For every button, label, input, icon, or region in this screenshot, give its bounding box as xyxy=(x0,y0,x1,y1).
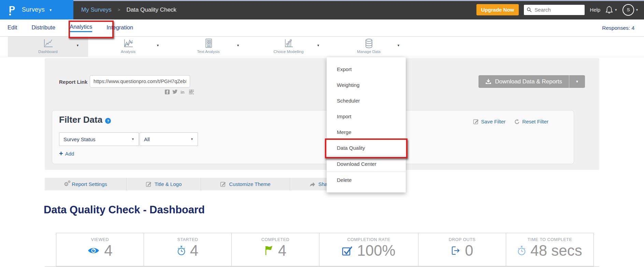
account-menu[interactable]: S ▼ xyxy=(622,4,639,16)
tab-integration[interactable]: Integration xyxy=(106,24,133,32)
chevron-down-icon: ▼ xyxy=(49,8,52,12)
avatar: S xyxy=(622,4,634,16)
menu-item-delete[interactable]: Delete xyxy=(327,172,406,188)
product-label: Surveys xyxy=(22,6,45,13)
stat-time-to-complete: TIME TO COMPLETE 48 secs xyxy=(506,233,593,266)
database-icon xyxy=(364,38,373,49)
menu-item-download-center[interactable]: Download Center xyxy=(327,156,406,172)
menu-item-data-quality[interactable]: Data Quality xyxy=(327,140,406,156)
toolbar-item-choice-modelling[interactable]: Choice Modelling ▼ xyxy=(248,37,329,57)
customize-theme-label: Customize Theme xyxy=(229,181,270,187)
filter-data-box: Filter Data ? Survey Status ▼ All ▼ + Ad… xyxy=(52,110,574,164)
chevron-down-icon[interactable]: ▼ xyxy=(317,44,320,47)
header-actions: Upgrade Now Help ▼ xyxy=(476,0,639,19)
edit-icon xyxy=(146,181,152,187)
facebook-icon[interactable] xyxy=(165,90,170,94)
share-icon xyxy=(309,182,315,187)
report-link-input[interactable] xyxy=(90,75,190,88)
linkedin-icon[interactable]: in xyxy=(181,90,186,94)
save-filter-label: Save Filter xyxy=(481,119,506,124)
stat-started: STARTED 4 xyxy=(144,233,232,266)
choice-modelling-icon xyxy=(284,38,294,49)
top-header: P Surveys ▼ My Surveys > Data Quality Ch… xyxy=(0,0,644,19)
search-input[interactable] xyxy=(534,6,582,13)
title-logo-label: Title & Logo xyxy=(155,181,182,187)
download-icon xyxy=(485,79,491,84)
help-circle-icon[interactable]: ? xyxy=(105,118,111,124)
survey-nav-tabs: Edit Distribute Analytics Integration Re… xyxy=(0,19,644,37)
survey-stats-table: VIEWED 4 STARTED xyxy=(56,233,594,266)
toolbar-item-manage-data[interactable]: Manage Data ▼ xyxy=(329,37,409,57)
analysis-chart-icon xyxy=(123,38,133,49)
eye-icon xyxy=(87,246,100,255)
chevron-down-icon[interactable]: ▼ xyxy=(156,44,159,47)
chevron-down-icon: ▼ xyxy=(575,80,579,83)
search-icon xyxy=(527,7,532,12)
stat-viewed: VIEWED 4 xyxy=(56,233,144,266)
menu-item-merge[interactable]: Merge xyxy=(327,124,406,140)
report-settings-bar: ⚙⚙ Report Settings Title & Logo Customiz… xyxy=(45,178,361,190)
edit-icon xyxy=(220,181,226,187)
download-button-label: Download Data & Reports xyxy=(495,78,562,85)
exit-icon xyxy=(451,246,460,255)
customize-theme-button[interactable]: Customize Theme xyxy=(201,178,290,190)
tab-analytics[interactable]: Analytics xyxy=(70,24,92,32)
filter-field-select[interactable]: Survey Status ▼ xyxy=(59,132,139,146)
stat-drop-outs: DROP OUTS 0 xyxy=(418,233,506,266)
product-switcher[interactable]: P Surveys ▼ xyxy=(0,0,73,19)
save-filter-button[interactable]: Save Filter xyxy=(473,119,506,124)
breadcrumb-my-surveys[interactable]: My Surveys xyxy=(81,6,112,13)
tab-edit[interactable]: Edit xyxy=(8,24,17,32)
svg-text:P: P xyxy=(9,4,15,15)
reset-filter-button[interactable]: Reset Filter xyxy=(514,119,548,124)
page-title: Data Quality Check - Dashboard xyxy=(44,204,205,216)
stat-completed: COMPLETED 4 xyxy=(232,233,319,266)
tab-distribute[interactable]: Distribute xyxy=(31,24,55,32)
responses-count[interactable]: Responses: 4 xyxy=(602,25,634,31)
qr-code-icon[interactable] xyxy=(189,90,194,94)
share-icons-row: in xyxy=(165,90,194,94)
menu-item-scheduler[interactable]: Scheduler xyxy=(327,93,406,108)
app-screen: P Surveys ▼ My Surveys > Data Quality Ch… xyxy=(0,0,644,267)
twitter-icon[interactable] xyxy=(172,90,178,94)
manage-data-menu: Export Weighting Scheduler Import Merge … xyxy=(327,57,406,192)
add-filter-label: Add xyxy=(65,151,74,157)
reset-filter-label: Reset Filter xyxy=(522,119,548,124)
chevron-down-icon[interactable]: ▼ xyxy=(76,44,79,47)
help-link[interactable]: Help xyxy=(590,7,600,13)
chevron-down-icon: ▼ xyxy=(131,137,134,141)
filter-field-value: Survey Status xyxy=(63,136,95,142)
download-options-caret[interactable]: ▼ xyxy=(569,75,585,88)
chevron-down-icon: ▼ xyxy=(635,8,639,12)
filter-data-title: Filter Data xyxy=(59,115,102,125)
menu-item-export[interactable]: Export xyxy=(327,61,406,77)
toolbar-item-analysis[interactable]: Analysis ▼ xyxy=(88,37,168,57)
stat-completion-rate: COMPLETION RATE 100% xyxy=(319,233,418,266)
report-settings-button[interactable]: ⚙⚙ Report Settings xyxy=(45,178,127,190)
plus-icon: + xyxy=(59,150,63,157)
reset-icon xyxy=(514,119,520,124)
upgrade-now-button[interactable]: Upgrade Now xyxy=(476,4,519,15)
title-logo-button[interactable]: Title & Logo xyxy=(127,178,201,190)
bell-icon xyxy=(605,5,613,14)
notifications-menu[interactable]: ▼ xyxy=(605,5,617,14)
filter-value-select[interactable]: All ▼ xyxy=(140,132,198,146)
add-filter-button[interactable]: + Add xyxy=(59,150,74,157)
svg-text:in: in xyxy=(181,90,185,94)
chevron-down-icon[interactable]: ▼ xyxy=(397,44,400,47)
toolbar-item-text-analysis[interactable]: Text Analysis ▼ xyxy=(168,37,248,57)
gears-icon: ⚙⚙ xyxy=(64,182,69,187)
breadcrumb-separator: > xyxy=(118,7,120,12)
download-data-reports-button[interactable]: Download Data & Reports ▼ xyxy=(478,75,585,88)
breadcrumb-current-survey: Data Quality Check xyxy=(126,6,176,13)
chevron-down-icon: ▼ xyxy=(614,8,617,12)
menu-item-import[interactable]: Import xyxy=(327,108,406,124)
filter-actions: Save Filter Reset Filter xyxy=(473,119,548,124)
filter-value-value: All xyxy=(144,136,150,142)
filter-data-header: Filter Data ? xyxy=(59,115,111,125)
chevron-down-icon[interactable]: ▼ xyxy=(237,44,240,47)
questionpro-logo-icon: P xyxy=(8,4,17,16)
search-box[interactable] xyxy=(524,5,585,15)
toolbar-item-dashboard[interactable]: Dashboard ▼ xyxy=(8,37,88,57)
menu-item-weighting[interactable]: Weighting xyxy=(327,77,406,93)
